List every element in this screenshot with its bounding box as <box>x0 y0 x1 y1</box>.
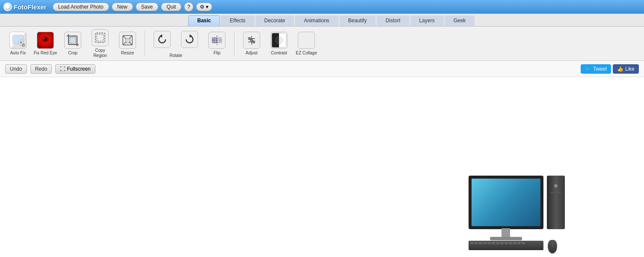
rotate-right-icon <box>181 31 198 48</box>
ezcollage-icon <box>298 32 315 49</box>
ezcollage-tool[interactable]: EZ Collage <box>294 30 319 57</box>
rotate-left-icon <box>154 31 171 48</box>
toolbar-divider-2 <box>234 31 234 57</box>
copy-region-tool[interactable]: Copy Region <box>87 27 113 60</box>
save-button[interactable]: Save <box>136 3 158 11</box>
rotate-row <box>149 29 202 51</box>
copy-region-label: Copy Region <box>88 48 112 58</box>
rotate-group: Rotate <box>149 29 202 58</box>
quit-button[interactable]: Quit <box>161 3 181 11</box>
logo-text: FotoFlexer <box>14 3 47 11</box>
social-buttons: 🐦 Tweet 👍 Like <box>581 64 639 74</box>
flip-label: Flip <box>214 51 220 56</box>
tab-geek[interactable]: Geek <box>445 15 475 26</box>
flip-tool[interactable]: Flip <box>204 30 230 57</box>
tower-slot <box>551 192 561 193</box>
chevron-down-icon: ▾ <box>206 4 208 10</box>
svg-point-33 <box>248 37 251 40</box>
redo-button[interactable]: Redo <box>30 64 52 74</box>
monitor-outer <box>469 176 543 229</box>
like-label: Like <box>625 66 635 72</box>
tab-basic[interactable]: Basic <box>188 15 220 26</box>
mouse <box>548 240 557 254</box>
fix-red-eye-icon <box>37 32 54 49</box>
main-toolbar: Auto Fix Fix Red Eye Crop <box>0 27 644 61</box>
contrast-icon <box>270 32 288 49</box>
gear-icon: ⚙ <box>200 4 205 10</box>
fix-red-eye-label: Fix Red Eye <box>34 51 57 56</box>
tab-bar: Basic Effects Decorate Animations Beauti… <box>0 14 644 27</box>
load-photo-button[interactable]: Load Another Photo <box>53 3 109 11</box>
svg-line-18 <box>123 36 126 39</box>
auto-fix-label: Auto Fix <box>10 51 26 56</box>
mouse-divider <box>552 242 553 247</box>
keyboard-keys <box>469 241 543 244</box>
keyboard <box>469 241 543 250</box>
secondary-toolbar: Undo Redo ⛶ Fullscreen 🐦 Tweet 👍 Like <box>0 61 644 77</box>
rotate-left-tool[interactable] <box>149 29 175 51</box>
auto-fix-icon <box>9 32 27 49</box>
top-bar: FotoFlexer Load Another Photo New Save Q… <box>0 0 644 14</box>
undo-button[interactable]: Undo <box>5 64 27 74</box>
svg-point-34 <box>252 41 255 43</box>
ezcollage-label: EZ Collage <box>296 51 317 56</box>
contrast-label: Contrast <box>271 51 287 56</box>
twitter-bird-icon: 🐦 <box>585 66 591 72</box>
fullscreen-button[interactable]: ⛶ Fullscreen <box>55 64 95 74</box>
canvas-area <box>0 77 644 257</box>
settings-button[interactable]: ⚙ ▾ <box>196 3 212 11</box>
new-button[interactable]: New <box>112 3 133 11</box>
logo-icon <box>3 3 12 11</box>
crop-label: Crop <box>68 51 77 56</box>
adjust-label: Adjust <box>246 51 258 56</box>
fullscreen-icon: ⛶ <box>60 66 65 72</box>
svg-line-20 <box>123 42 126 45</box>
contrast-tool[interactable]: Contrast <box>266 30 292 57</box>
crop-icon <box>64 32 81 49</box>
crop-tool[interactable]: Crop <box>60 30 86 57</box>
monitor-base <box>490 237 522 240</box>
resize-label: Resize <box>121 51 134 56</box>
adjust-tool[interactable]: Adjust <box>239 30 264 57</box>
tab-animations[interactable]: Animations <box>295 15 338 26</box>
monitor-screen <box>472 179 540 226</box>
svg-line-21 <box>129 42 132 45</box>
flip-icon <box>208 32 226 49</box>
svg-rect-9 <box>69 37 76 44</box>
adjust-icon <box>243 32 260 49</box>
resize-tool[interactable]: Resize <box>115 30 140 57</box>
fullscreen-label: Fullscreen <box>67 66 90 72</box>
like-button[interactable]: 👍 Like <box>613 64 639 74</box>
svg-rect-15 <box>97 34 104 41</box>
tab-decorate[interactable]: Decorate <box>255 15 294 26</box>
tweet-button[interactable]: 🐦 Tweet <box>581 64 611 74</box>
thumbs-up-icon: 👍 <box>617 66 623 72</box>
tweet-label: Tweet <box>593 66 607 72</box>
tab-beautify[interactable]: Beautify <box>339 15 376 26</box>
resize-icon <box>119 32 136 49</box>
rotate-right-tool[interactable] <box>177 29 202 51</box>
tab-distort[interactable]: Distort <box>377 15 410 26</box>
tab-layers[interactable]: Layers <box>410 15 444 26</box>
toolbar-divider-1 <box>145 31 145 57</box>
monitor-stand <box>502 228 510 238</box>
copy-region-icon <box>92 29 109 46</box>
auto-fix-tool[interactable]: Auto Fix <box>5 30 31 57</box>
rotate-label: Rotate <box>169 53 182 58</box>
tower-power-button <box>554 184 558 188</box>
svg-point-6 <box>43 38 45 39</box>
tab-effects[interactable]: Effects <box>221 15 254 26</box>
help-button[interactable]: ? <box>184 2 193 12</box>
fix-red-eye-tool[interactable]: Fix Red Eye <box>33 30 58 57</box>
app-logo: FotoFlexer <box>3 3 47 11</box>
tower <box>547 176 565 229</box>
svg-line-19 <box>129 36 132 39</box>
computer-illustration <box>469 176 567 253</box>
